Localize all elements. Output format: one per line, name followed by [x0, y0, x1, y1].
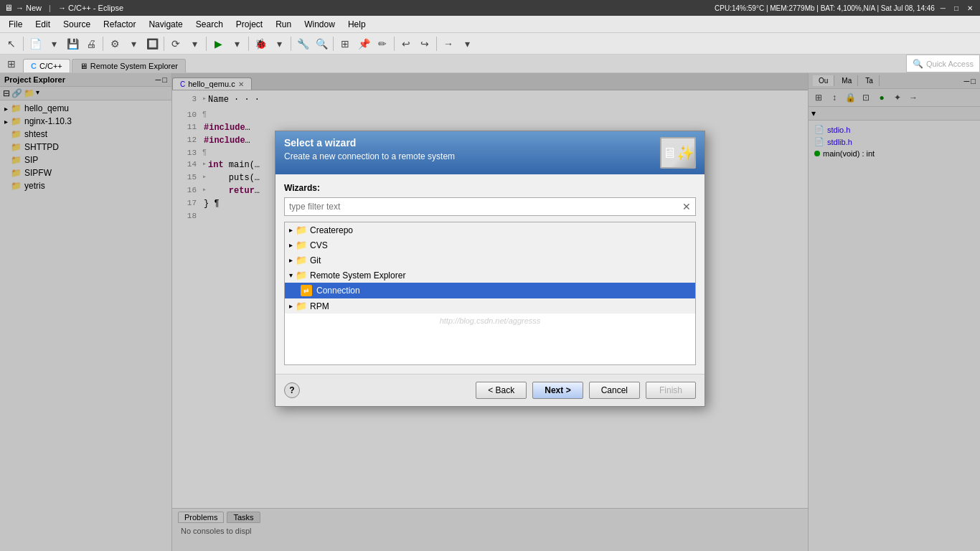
cancel-button[interactable]: Cancel	[589, 382, 640, 399]
folder-icon: 📁	[296, 301, 307, 311]
watermark: http://blog.csdn.net/aggresss	[285, 314, 695, 328]
menu-project[interactable]: Project	[230, 18, 268, 31]
window-minimize[interactable]: ─	[938, 4, 948, 12]
toolbar-extra4[interactable]: 📌	[355, 35, 372, 52]
menu-edit[interactable]: Edit	[29, 18, 56, 31]
dialog-overlay: Select a wizard Create a new connection …	[0, 73, 980, 551]
toolbar-btn-5[interactable]: ⟳	[167, 35, 184, 52]
expand-icon: ▸	[289, 302, 293, 310]
window-maximize[interactable]: □	[951, 4, 961, 12]
filter-box[interactable]: ✕	[284, 197, 696, 216]
wizard-group-rpm: ▸ 📁 RPM	[285, 298, 695, 314]
toolbar-forward-dropdown[interactable]: ▾	[458, 35, 476, 52]
sidebar-toggle[interactable]: ⊞	[3, 55, 20, 72]
wizard-list: ▸ 📁 Createrepo ▸ 📁 CVS	[284, 222, 696, 365]
wizard-group-createrepo-header[interactable]: ▸ 📁 Createrepo	[285, 222, 695, 237]
toolbar-debug-dropdown[interactable]: ▾	[270, 35, 288, 52]
help-button[interactable]: ?	[284, 382, 300, 398]
dialog-body: Wizards: ✕ ▸ 📁 Createrepo	[275, 174, 705, 374]
menu-run[interactable]: Run	[270, 18, 297, 31]
group-label: Createrepo	[310, 225, 353, 235]
next-button[interactable]: Next >	[532, 382, 583, 399]
toolbar: ↖ 📄 ▾ 💾 🖨 ⚙ ▾ 🔲 ⟳ ▾ ▶ ▾ 🐞 ▾ 🔧 🔍 ⊞ 📌 ✏ ↩ …	[0, 33, 980, 55]
toolbar-sep-4	[206, 37, 207, 51]
finish-button[interactable]: Finish	[646, 382, 696, 399]
menu-bar: File Edit Source Refactor Navigate Searc…	[0, 16, 980, 33]
menu-window[interactable]: Window	[298, 18, 341, 31]
tab-rse[interactable]: 🖥 Remote System Explorer	[72, 59, 186, 72]
toolbar-forward[interactable]: →	[440, 35, 457, 52]
tab-rse-label: Remote System Explorer	[90, 62, 178, 70]
toolbar-run-dropdown[interactable]: ▾	[228, 35, 245, 52]
toolbar-print[interactable]: 🖨	[83, 35, 100, 52]
title-bar-left: 🖥 → New | → C/C++ - Eclipse	[4, 3, 123, 13]
toolbar-sep-5	[248, 37, 249, 51]
perspective-tab-bar: ⊞ C C/C++ 🖥 Remote System Explorer 🔍 Qui…	[0, 55, 980, 73]
window-close[interactable]: ✕	[964, 4, 976, 12]
toolbar-sep-2	[103, 37, 103, 51]
wizard-group-rpm-header[interactable]: ▸ 📁 RPM	[285, 298, 695, 314]
tab-cpp[interactable]: C C/C++	[23, 59, 70, 72]
toolbar-sep-8	[394, 37, 395, 51]
tab-rse-icon: 🖥	[80, 62, 88, 70]
filter-input[interactable]	[289, 202, 682, 212]
menu-search[interactable]: Search	[190, 18, 229, 31]
wizard-group-rse-header[interactable]: ▾ 📁 Remote System Explorer	[285, 268, 695, 283]
wizard-group-git-header[interactable]: ▸ 📁 Git	[285, 253, 695, 268]
wizard-group-cvs-header[interactable]: ▸ 📁 CVS	[285, 237, 695, 253]
toolbar-extra1[interactable]: 🔧	[294, 35, 311, 52]
toolbar-extra2[interactable]: 🔍	[313, 35, 330, 52]
back-button[interactable]: < Back	[476, 382, 527, 399]
connection-label: Connection	[316, 286, 360, 296]
menu-file[interactable]: File	[3, 18, 28, 31]
group-label: Remote System Explorer	[310, 270, 405, 281]
folder-icon: 📁	[296, 240, 307, 250]
toolbar-save-all[interactable]: 💾	[64, 35, 81, 52]
system-info: CPU:14%:59°C | MEM:2779Mb | BAT: 4,100%,…	[715, 4, 935, 12]
connection-icon: ⇄	[301, 285, 312, 296]
dialog-header-content: Select a wizard Create a new connection …	[284, 137, 660, 161]
toolbar-select[interactable]: ↖	[3, 35, 20, 52]
group-label: RPM	[310, 301, 329, 311]
expand-icon: ▸	[289, 256, 293, 264]
toolbar-extra3[interactable]: ⊞	[336, 35, 354, 52]
toolbar-extra5[interactable]: ✏	[374, 35, 391, 52]
collapse-icon: ▾	[289, 271, 293, 279]
wizard-group-cvs: ▸ 📁 CVS	[285, 237, 695, 253]
toolbar-btn-3[interactable]: ⚙	[106, 35, 123, 52]
app-title: → C/C++ - Eclipse	[58, 4, 123, 12]
wizards-label: Wizards:	[284, 183, 696, 193]
wizard-item-connection[interactable]: ⇄ Connection	[285, 283, 695, 298]
quick-access-container[interactable]: 🔍 Quick Access	[906, 55, 980, 72]
toolbar-sep-7	[333, 37, 334, 51]
dialog-subtitle: Create a new connection to a remote syst…	[284, 151, 660, 161]
folder-icon: 📁	[296, 270, 307, 281]
menu-navigate[interactable]: Navigate	[143, 18, 188, 31]
toolbar-redo[interactable]: ↪	[416, 35, 433, 52]
toolbar-sep-1	[23, 37, 24, 51]
dialog-footer: ? < Back Next > Cancel Finish	[275, 374, 705, 406]
toolbar-debug[interactable]: 🐞	[252, 35, 269, 52]
toolbar-undo[interactable]: ↩	[397, 35, 415, 52]
wizard-group-createrepo: ▸ 📁 Createrepo	[285, 222, 695, 237]
toolbar-new[interactable]: 📄	[27, 35, 44, 52]
menu-source[interactable]: Source	[57, 18, 96, 31]
dialog-header: Select a wizard Create a new connection …	[275, 131, 705, 174]
title-bar: 🖥 → New | → C/C++ - Eclipse CPU:14%:59°C…	[0, 0, 980, 16]
window-title: → New	[16, 4, 42, 12]
menu-refactor[interactable]: Refactor	[98, 18, 141, 31]
separator: |	[49, 4, 51, 12]
toolbar-dropdown-5[interactable]: ▾	[186, 35, 203, 52]
toolbar-sep-9	[436, 37, 437, 51]
toolbar-btn-4[interactable]: 🔲	[143, 35, 161, 52]
toolbar-dropdown-3[interactable]: ▾	[125, 35, 142, 52]
menu-help[interactable]: Help	[342, 18, 372, 31]
wizard-group-git: ▸ 📁 Git	[285, 253, 695, 268]
toolbar-sep-6	[291, 37, 291, 51]
folder-icon: 📁	[296, 225, 307, 235]
toolbar-run[interactable]: ▶	[209, 35, 227, 52]
wizard-dialog: Select a wizard Create a new connection …	[275, 131, 705, 407]
filter-clear-icon[interactable]: ✕	[682, 201, 691, 212]
tab-cpp-label: C/C++	[39, 62, 62, 70]
toolbar-new-dropdown[interactable]: ▾	[45, 35, 62, 52]
